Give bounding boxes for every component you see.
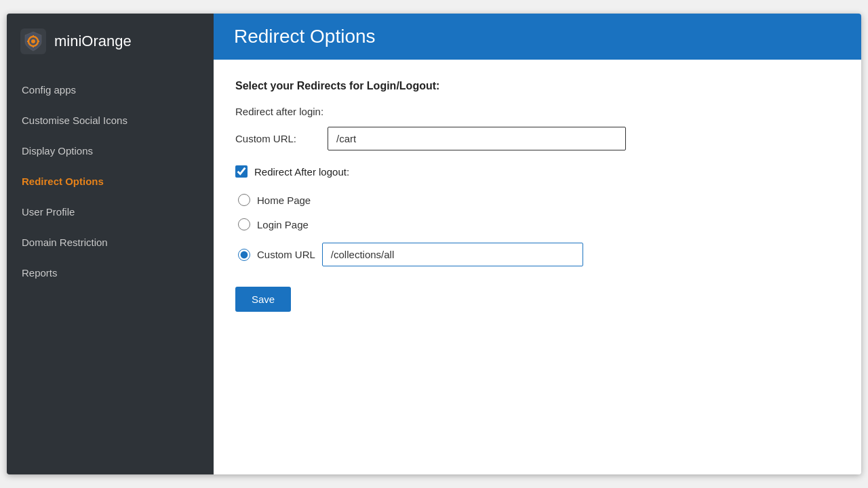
sidebar-header: miniOrange: [7, 14, 214, 69]
main-content: Redirect Options Select your Redirects f…: [214, 14, 861, 474]
radio-custom-url-label: Custom URL: [257, 249, 315, 260]
radio-home-page-label: Home Page: [257, 195, 311, 206]
radio-row-login-page: Login Page: [238, 218, 840, 230]
sidebar-item-display-options[interactable]: Display Options: [7, 136, 214, 166]
radio-login-page[interactable]: [238, 218, 250, 230]
radio-login-page-label: Login Page: [257, 219, 309, 230]
sidebar: miniOrange Config apps Customise Social …: [7, 14, 214, 474]
sidebar-navigation: Config apps Customise Social Icons Displ…: [7, 69, 214, 288]
custom-url-logout-input[interactable]: [322, 243, 583, 266]
redirect-after-login-label: Redirect after login:: [235, 106, 840, 117]
redirect-after-logout-row: Redirect After logout:: [235, 165, 840, 178]
radio-custom-url[interactable]: [238, 249, 250, 261]
custom-url-login-label: Custom URL:: [235, 133, 317, 144]
sidebar-item-reports[interactable]: Reports: [7, 258, 214, 288]
redirect-after-logout-label: Redirect After logout:: [254, 166, 349, 178]
content-area: Select your Redirects for Login/Logout: …: [214, 60, 861, 474]
custom-url-login-input[interactable]: [328, 127, 626, 150]
page-header: Redirect Options: [214, 14, 861, 60]
radio-row-home-page: Home Page: [238, 194, 840, 206]
page-title: Redirect Options: [234, 26, 841, 47]
sidebar-item-user-profile[interactable]: User Profile: [7, 197, 214, 227]
radio-row-custom-url: Custom URL: [238, 243, 840, 266]
sidebar-item-config-apps[interactable]: Config apps: [7, 75, 214, 105]
miniorange-logo-icon: [20, 28, 46, 54]
svg-point-2: [31, 39, 35, 43]
logout-redirect-options: Home Page Login Page Custom URL: [238, 194, 840, 266]
section-heading: Select your Redirects for Login/Logout:: [235, 80, 840, 92]
sidebar-item-domain-restriction[interactable]: Domain Restriction: [7, 227, 214, 258]
save-button[interactable]: Save: [235, 287, 291, 312]
sidebar-item-customise-social-icons[interactable]: Customise Social Icons: [7, 105, 214, 136]
sidebar-item-redirect-options[interactable]: Redirect Options: [7, 166, 214, 197]
custom-url-login-row: Custom URL:: [235, 127, 840, 150]
radio-home-page[interactable]: [238, 194, 250, 206]
redirect-after-logout-checkbox[interactable]: [235, 165, 248, 178]
app-logo-text: miniOrange: [54, 33, 132, 50]
